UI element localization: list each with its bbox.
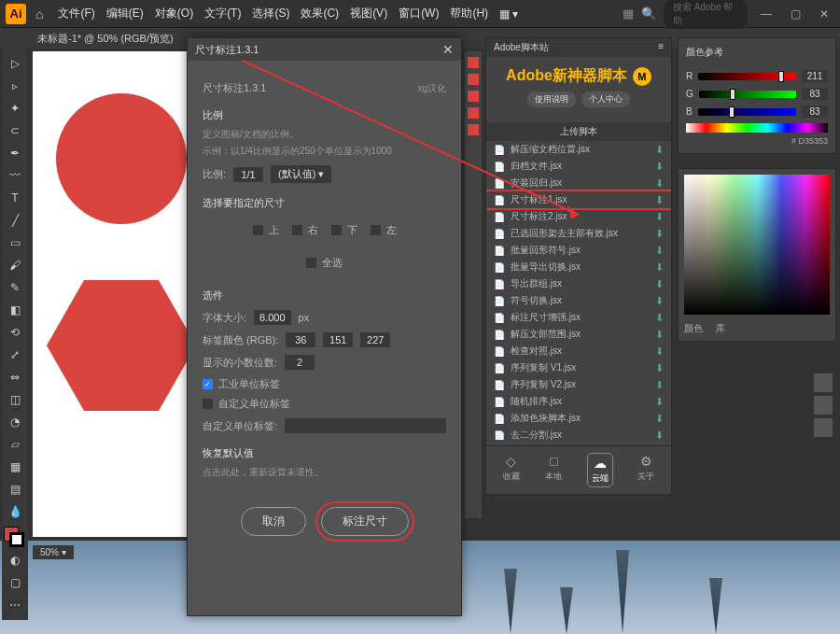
g-slider[interactable] <box>699 91 796 98</box>
ok-button[interactable]: 标注尺寸 <box>321 507 409 536</box>
download-icon[interactable]: ⬇ <box>655 295 664 307</box>
color-r-field[interactable]: 36 <box>286 332 315 347</box>
dir-down[interactable]: 下 <box>331 223 357 237</box>
tab-color[interactable]: 颜色 <box>684 322 703 335</box>
download-icon[interactable]: ⬇ <box>655 430 664 441</box>
brush-tool[interactable]: 🖌 <box>5 255 25 275</box>
script-row[interactable]: 📄序列复制 V2.jsx⬇ <box>486 376 671 393</box>
close-icon[interactable]: ✕ <box>442 42 454 57</box>
script-row[interactable]: 📄随机排序.jsx⬇ <box>486 393 671 410</box>
b-slider[interactable] <box>698 108 796 116</box>
spectrum-bar[interactable] <box>686 123 828 133</box>
menu-effect[interactable]: 效果(C) <box>301 6 339 21</box>
script-row[interactable]: 📄符号切换.jsx⬇ <box>486 292 671 309</box>
dock-item[interactable] <box>468 91 479 102</box>
shaper-tool[interactable]: ✎ <box>5 277 25 298</box>
download-icon[interactable]: ⬇ <box>655 396 664 408</box>
menu-window[interactable]: 窗口(W) <box>399 6 439 21</box>
script-row[interactable]: 📄检查对照.jsx⬇ <box>486 343 671 359</box>
scale-tool[interactable]: ⤢ <box>5 345 25 365</box>
download-icon[interactable]: ⬇ <box>655 161 664 173</box>
gradient-tool[interactable]: ▤ <box>5 479 25 500</box>
download-icon[interactable]: ⬇ <box>655 362 664 374</box>
cancel-button[interactable]: 取消 <box>241 507 306 536</box>
download-icon[interactable]: ⬇ <box>655 211 664 223</box>
search-icon[interactable]: 🔍 <box>641 7 656 21</box>
menu-object[interactable]: 对象(O) <box>155 6 193 21</box>
width-tool[interactable]: ⇔ <box>5 367 25 387</box>
dock-item[interactable] <box>468 124 479 135</box>
menu-help[interactable]: 帮助(H) <box>450 6 488 21</box>
dock-item[interactable] <box>468 107 479 119</box>
script-row[interactable]: 📄解压文部范围.jsx⬇ <box>486 326 671 343</box>
menu-select[interactable]: 选择(S) <box>252 6 289 21</box>
curvature-tool[interactable]: 〰 <box>5 165 25 186</box>
g-value[interactable]: 83 <box>802 88 828 100</box>
footer-cloud[interactable]: ☁云端 <box>588 454 612 486</box>
type-tool[interactable]: T <box>5 188 25 208</box>
script-row[interactable]: 📄安装回归.jsx⬇ <box>486 175 671 191</box>
download-icon[interactable]: ⬇ <box>655 177 664 190</box>
magic-wand-tool[interactable]: ✦ <box>5 98 25 119</box>
download-icon[interactable]: ⬇ <box>655 379 664 391</box>
download-icon[interactable]: ⬇ <box>655 261 664 274</box>
r-value[interactable]: 211 <box>802 70 828 82</box>
select-all[interactable]: 全选 <box>306 256 343 270</box>
color-mode-icon[interactable]: ◐ <box>5 550 25 571</box>
direct-select-tool[interactable]: ▹ <box>5 76 25 96</box>
free-transform-tool[interactable]: ◫ <box>5 389 25 410</box>
scripts-panel-tab[interactable]: Adobe脚本站≡ <box>486 38 671 57</box>
custom-units-checkbox[interactable]: 自定义单位标签 <box>203 397 446 411</box>
download-icon[interactable]: ⬇ <box>655 329 664 341</box>
window-minimize[interactable]: — <box>761 7 772 21</box>
menu-edit[interactable]: 编辑(E) <box>106 6 144 21</box>
pen-tool[interactable]: ✒ <box>5 143 25 163</box>
script-row[interactable]: 📄尺寸标注1.jsx⬇ <box>486 191 671 208</box>
red-circle-shape[interactable] <box>56 93 187 224</box>
dock-icon[interactable] <box>814 373 833 392</box>
menu-type[interactable]: 文字(T) <box>204 6 241 21</box>
download-icon[interactable]: ⬇ <box>655 345 664 358</box>
mesh-tool[interactable]: ▦ <box>5 457 25 477</box>
ratio-default-dropdown[interactable]: (默认值) ▾ <box>271 165 331 183</box>
download-icon[interactable]: ⬇ <box>655 194 664 206</box>
window-maximize[interactable]: ▢ <box>791 7 801 21</box>
color-picker-field[interactable] <box>684 175 830 315</box>
script-list[interactable]: 📄解压缩文档位置.jsx⬇📄归档文件.jsx⬇📄安装回归.jsx⬇📄尺寸标注1.… <box>486 141 671 440</box>
eyedropper-tool[interactable]: 💧 <box>5 501 25 522</box>
dock-icon[interactable] <box>814 418 833 437</box>
panel-menu-icon[interactable]: ≡ <box>658 41 664 54</box>
toolbar-more-icon[interactable]: ⋯ <box>5 595 25 615</box>
dock-item[interactable] <box>468 74 479 85</box>
custom-units-input[interactable] <box>285 418 446 433</box>
menu-extra-icon[interactable]: ▦ ▾ <box>499 7 518 21</box>
menu-file[interactable]: 文件(F) <box>58 6 94 21</box>
window-close[interactable]: ✕ <box>819 7 829 21</box>
home-icon[interactable]: ⌂ <box>35 7 43 21</box>
download-icon[interactable]: ⬇ <box>655 245 664 257</box>
fill-stroke-swatch[interactable] <box>4 527 26 549</box>
script-row[interactable]: 📄批量回形符号.jsx⬇ <box>486 242 671 259</box>
eng-units-checkbox[interactable]: ✓工业单位标签 <box>203 377 446 391</box>
shape-builder-tool[interactable]: ◔ <box>5 412 25 432</box>
selection-tool[interactable]: ▷ <box>5 53 25 74</box>
profile-button[interactable]: 个人中心 <box>581 92 630 107</box>
script-row[interactable]: 📄序列复制 V1.jsx⬇ <box>486 359 671 376</box>
stroke-swatch[interactable] <box>9 532 24 547</box>
dir-right[interactable]: 右 <box>292 223 318 237</box>
script-row[interactable]: 📄解压缩文档位置.jsx⬇ <box>486 141 671 158</box>
script-row[interactable]: 📄去二分割.jsx⬇ <box>486 427 671 440</box>
download-icon[interactable]: ⬇ <box>655 228 664 240</box>
usage-button[interactable]: 使用说明 <box>527 92 576 107</box>
r-slider[interactable] <box>698 73 796 80</box>
script-row[interactable]: 📄已选回形架去主部有效.jsx⬇ <box>486 225 671 242</box>
script-row[interactable]: 📄导出群组.jsx⬇ <box>486 275 671 292</box>
search-input[interactable]: 搜索 Adobe 帮助 <box>664 0 748 29</box>
font-size-field[interactable]: 8.000 <box>254 310 291 325</box>
screen-mode-icon[interactable]: ▢ <box>5 572 25 593</box>
b-value[interactable]: 83 <box>802 106 828 118</box>
script-row[interactable]: 📄标注尺寸增强.jsx⬇ <box>486 309 671 326</box>
dock-item[interactable] <box>468 57 479 68</box>
rectangle-tool[interactable]: ▭ <box>5 232 25 253</box>
footer-favorite[interactable]: ◇收藏 <box>503 454 520 486</box>
